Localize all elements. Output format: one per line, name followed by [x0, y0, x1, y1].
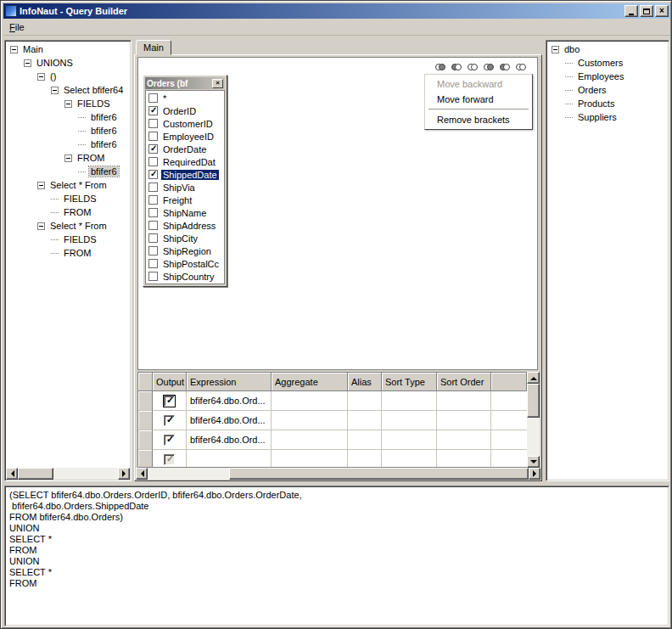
alias-cell[interactable] [348, 411, 382, 430]
tree-item-brackets[interactable]: () [7, 70, 129, 83]
scrollbar-thumb[interactable] [229, 468, 529, 480]
aggregate-cell[interactable] [272, 450, 348, 468]
collapse-icon[interactable] [10, 46, 18, 53]
collapse-icon[interactable] [552, 46, 559, 53]
field-row-star[interactable]: * [146, 92, 224, 104]
checkbox-icon[interactable] [148, 221, 158, 230]
field-row-shipvia[interactable]: ShipVia [146, 181, 224, 194]
sort-order-cell[interactable] [437, 450, 491, 468]
checkbox-checked-icon[interactable] [148, 106, 158, 115]
checkbox-checked-icon[interactable] [164, 396, 175, 407]
sort-order-cell[interactable] [437, 430, 491, 450]
tree-item-products[interactable]: Products [548, 97, 667, 110]
collapse-icon[interactable] [37, 182, 45, 189]
collapse-icon[interactable] [24, 59, 31, 67]
tree-item-fields[interactable]: FIELDS [7, 97, 129, 110]
scrollbar-thumb[interactable] [527, 384, 540, 418]
expression-cell[interactable]: bfifer64.dbo.Ord... [187, 430, 272, 450]
collapse-icon[interactable] [64, 154, 72, 162]
checkbox-icon[interactable] [148, 272, 158, 281]
orders-window-titlebar[interactable]: Orders (bf × [145, 77, 225, 89]
row-selector[interactable] [138, 450, 153, 468]
scroll-down-button[interactable] [527, 456, 540, 468]
checkbox-icon[interactable] [148, 157, 158, 166]
checkbox-icon[interactable] [148, 208, 158, 217]
grid-header-expression[interactable]: Expression [187, 373, 272, 391]
grid-header-sort-order[interactable]: Sort Order [437, 373, 491, 391]
menu-item-move-forward[interactable]: Move forward [427, 92, 530, 107]
design-surface[interactable]: Orders (bf × * OrderID CustomerID Employ… [137, 57, 538, 370]
tree-item-orders[interactable]: Orders [548, 83, 667, 97]
sort-type-cell[interactable] [382, 430, 437, 450]
checkbox-checked-icon[interactable] [164, 435, 175, 446]
tree-item-select1[interactable]: Select bfifer64 [7, 83, 129, 97]
alias-cell[interactable] [348, 430, 382, 450]
collapse-icon[interactable] [37, 222, 45, 230]
grid-header-aggregate[interactable]: Aggregate [272, 373, 348, 391]
tree-item-unions[interactable]: UNIONS [7, 56, 129, 70]
field-row-shipcity[interactable]: ShipCity [146, 232, 224, 244]
scrollbar-track[interactable] [53, 468, 118, 480]
checkbox-icon[interactable] [148, 183, 158, 192]
tree-item-select2[interactable]: Select * From [7, 178, 129, 192]
scrollbar-track[interactable] [148, 468, 229, 480]
aggregate-cell[interactable] [272, 430, 348, 450]
scroll-left-button[interactable] [136, 468, 148, 480]
aggregate-cell[interactable] [272, 391, 348, 411]
field-row-shipname[interactable]: ShipName [146, 206, 224, 219]
tree-item-field[interactable]: bfifer6 [7, 110, 129, 124]
checkbox-icon[interactable] [148, 195, 158, 205]
field-row-requireddate[interactable]: RequiredDat [146, 155, 224, 168]
checkbox-icon[interactable] [148, 132, 158, 141]
aggregate-cell[interactable] [272, 411, 348, 430]
shape-tool-button-6[interactable] [512, 59, 529, 74]
grid-header-sort-type[interactable]: Sort Type [382, 373, 437, 391]
tab-main[interactable]: Main [136, 40, 171, 55]
field-row-shipcountry[interactable]: ShipCountry [146, 270, 224, 283]
tree-item-from[interactable]: FROM [7, 151, 129, 165]
tree-item-fields[interactable]: FIELDS [7, 192, 129, 205]
scroll-right-button[interactable] [118, 468, 130, 480]
expression-cell[interactable]: bfifer64.dbo.Ord... [187, 411, 272, 430]
checkbox-icon[interactable] [148, 93, 158, 103]
tree-item-dbo[interactable]: dbo [548, 42, 667, 56]
tree-item-customers[interactable]: Customers [548, 56, 667, 70]
tree-item-main[interactable]: Main [7, 42, 129, 56]
collapse-icon[interactable] [37, 73, 45, 81]
sort-type-cell[interactable] [382, 391, 437, 411]
grid-header-output[interactable]: Output [153, 373, 187, 391]
tree-item-fields[interactable]: FIELDS [7, 233, 129, 246]
designer-hscrollbar[interactable] [136, 468, 540, 480]
tree-item-from[interactable]: FROM [7, 246, 129, 260]
sort-order-cell[interactable] [437, 391, 491, 411]
grid-vscrollbar[interactable] [527, 372, 540, 468]
checkbox-checked-icon[interactable] [148, 144, 158, 154]
row-selector[interactable] [138, 430, 153, 450]
tree-item-employees[interactable]: Employees [548, 70, 667, 83]
title-bar[interactable]: InfoNaut - Query Builder × [3, 3, 670, 19]
checkbox-checked-icon[interactable] [148, 170, 158, 179]
checkbox-pending-icon[interactable] [164, 454, 175, 465]
shape-tool-button-1[interactable] [432, 59, 448, 74]
menu-file[interactable]: File [3, 20, 31, 34]
field-row-orderdate[interactable]: OrderDate [146, 143, 224, 155]
output-cell[interactable] [153, 411, 187, 430]
tree-item-field[interactable]: bfifer6 [7, 124, 129, 138]
field-row-shippeddate[interactable]: ShippedDate [146, 168, 224, 181]
field-row-freight[interactable]: Freight [146, 194, 224, 206]
checkbox-icon[interactable] [148, 233, 158, 243]
output-cell[interactable] [153, 391, 187, 411]
sort-order-cell[interactable] [437, 411, 491, 430]
shape-tool-button-5[interactable] [496, 59, 512, 74]
field-row-employeeid[interactable]: EmployeeID [146, 130, 224, 143]
maximize-button[interactable] [640, 5, 653, 17]
field-row-shippostalcode[interactable]: ShipPostalCc [146, 257, 224, 270]
scrollbar-thumb[interactable] [18, 468, 53, 480]
menu-item-remove-brackets[interactable]: Remove brackets [427, 112, 530, 127]
alias-cell[interactable] [348, 391, 382, 411]
collapse-icon[interactable] [64, 100, 72, 108]
orders-close-button[interactable]: × [212, 79, 223, 88]
tree-item-field[interactable]: bfifer6 [7, 138, 129, 151]
tree-item-suppliers[interactable]: Suppliers [548, 110, 667, 124]
left-tree-hscrollbar[interactable] [6, 468, 130, 480]
